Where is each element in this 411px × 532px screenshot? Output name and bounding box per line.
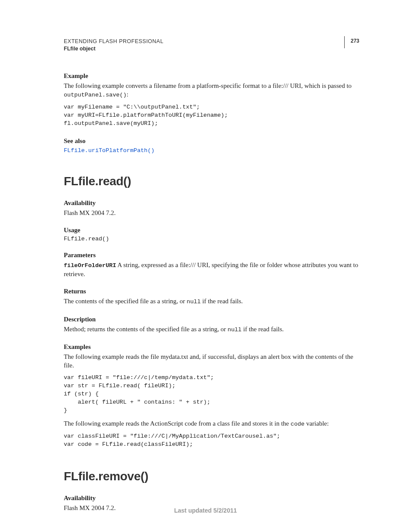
read-examples-code1: var fileURI = "file:///c|/temp/mydata.tx… xyxy=(64,374,359,414)
read-returns-b: if the read fails. xyxy=(201,298,243,305)
read-description-heading: Description xyxy=(64,316,359,323)
read-desc-code: null xyxy=(227,327,241,333)
read-examples-intro2-b: variable: xyxy=(305,420,329,427)
seealso-heading: See also xyxy=(64,137,359,145)
remove-availability-heading: Availability xyxy=(64,495,359,502)
example-heading: Example xyxy=(64,72,359,80)
seealso-link[interactable]: FLfile.uriToPlatformPath() xyxy=(64,147,155,154)
read-param-line: fileOrFolderURI A string, expressed as a… xyxy=(64,261,359,278)
read-description-text: Method; returns the contents of the spec… xyxy=(64,325,359,334)
example-intro-colon: : xyxy=(127,91,128,98)
read-param-name: fileOrFolderURI xyxy=(64,262,116,269)
example-code-block: var myFilename = "C:\\outputPanel.txt"; … xyxy=(64,103,359,128)
flfile-remove-title: FLfile.remove() xyxy=(64,470,359,483)
page-number: 273 xyxy=(351,38,359,44)
read-usage-heading: Usage xyxy=(64,227,359,234)
header-object-name: FLfile object xyxy=(64,45,163,52)
read-availability-text: Flash MX 2004 7.2. xyxy=(64,208,359,217)
flfile-read-title: FLfile.read() xyxy=(64,174,359,188)
example-intro: The following example converts a filenam… xyxy=(64,81,359,99)
read-examples-intro2-code: code xyxy=(291,421,305,427)
example-intro-code: outputPanel.save() xyxy=(64,92,127,98)
page-number-block: 273 xyxy=(344,38,359,48)
read-usage-code: FLfile.read() xyxy=(64,236,359,242)
page-footer: Last updated 5/2/2011 xyxy=(0,507,411,514)
example-intro-text: The following example converts a filenam… xyxy=(64,82,352,89)
read-returns-a: The contents of the specified file as a … xyxy=(64,298,187,305)
read-examples-code2: var classFileURI = "file:///C|/MyApplica… xyxy=(64,432,359,449)
read-examples-intro: The following example reads the file myd… xyxy=(64,352,359,370)
header-book-title: EXTENDING FLASH PROFESSIONAL xyxy=(64,38,163,45)
page-divider xyxy=(344,36,345,48)
read-desc-b: if the read fails. xyxy=(242,326,284,333)
read-returns-heading: Returns xyxy=(64,288,359,295)
read-examples-intro2: The following example reads the ActionSc… xyxy=(64,419,359,428)
read-returns-code: null xyxy=(187,299,200,305)
page-header: EXTENDING FLASH PROFESSIONAL FLfile obje… xyxy=(64,38,359,53)
read-examples-heading: Examples xyxy=(64,343,359,351)
read-parameters-heading: Parameters xyxy=(64,252,359,259)
read-availability-heading: Availability xyxy=(64,199,359,207)
read-examples-intro2-a: The following example reads the ActionSc… xyxy=(64,420,291,427)
read-desc-a: Method; returns the contents of the spec… xyxy=(64,326,227,333)
read-returns-text: The contents of the specified file as a … xyxy=(64,297,359,306)
header-left: EXTENDING FLASH PROFESSIONAL FLfile obje… xyxy=(64,38,163,53)
